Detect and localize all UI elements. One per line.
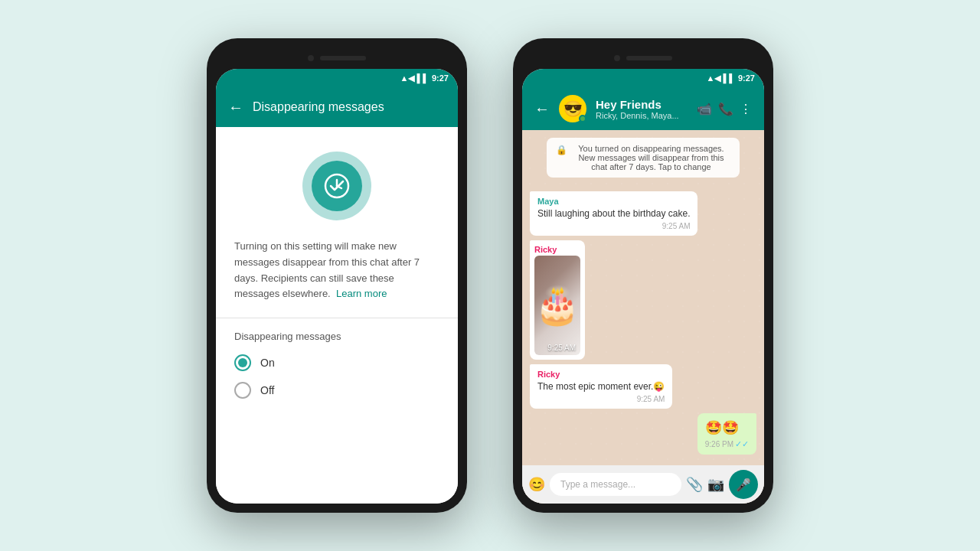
more-options-icon[interactable]: ⋮ — [740, 102, 752, 116]
description-body: Turning on this setting will make new me… — [234, 240, 420, 299]
sender-maya: Maya — [537, 197, 690, 206]
page-title: Disappearing messages — [253, 100, 446, 114]
front-camera — [308, 55, 314, 61]
phone2-screen: ▲◀ ▌▌ 9:27 ← 😎 Hey Friends Ricky, Dennis… — [522, 69, 764, 504]
camera-icon[interactable]: 📷 — [707, 476, 724, 493]
image-time: 9:25 AM — [547, 344, 576, 352]
lock-icon: 🔒 — [556, 145, 567, 155]
input-placeholder: Type a message... — [560, 479, 635, 490]
chat-back-button[interactable]: ← — [534, 100, 550, 118]
group-info: Hey Friends Ricky, Dennis, Maya... — [596, 98, 688, 120]
sent-time: 9:26 PM ✓✓ — [705, 439, 749, 449]
emoji-input-icon[interactable]: 😊 — [528, 476, 545, 493]
group-subtitle: Ricky, Dennis, Maya... — [596, 111, 688, 120]
chat-action-icons: 📹 📞 ⋮ — [697, 102, 752, 116]
description-section: Turning on this setting will make new me… — [216, 239, 458, 318]
sent-timestamp: 9:26 PM — [705, 440, 733, 448]
wifi-icon: ▲◀ — [400, 73, 414, 83]
earpiece-speaker — [320, 56, 366, 60]
section-label: Disappearing messages — [234, 331, 439, 342]
phone2-hardware-top — [522, 47, 764, 69]
video-call-icon[interactable]: 📹 — [697, 102, 712, 116]
sent-text: 🤩🤩 — [705, 419, 749, 438]
chat-signal-bars: ▌▌ — [723, 73, 735, 83]
radio-off[interactable]: Off — [234, 382, 439, 399]
double-check-icon: ✓✓ — [735, 439, 749, 449]
back-button[interactable]: ← — [228, 99, 243, 116]
system-notification-text: You turned on disappearing messages. New… — [572, 144, 731, 171]
attachment-icon[interactable]: 📎 — [686, 476, 703, 493]
scene: ▲◀ ▌▌ 9:27 ← Disappearing messages — [207, 38, 773, 513]
chat-messages: Maya Still laughing about the birthday c… — [522, 185, 764, 465]
phone-screen-settings: ▲◀ ▌▌ 9:27 ← Disappearing messages — [216, 69, 458, 504]
phone-settings: ▲◀ ▌▌ 9:27 ← Disappearing messages — [207, 38, 467, 513]
phone2-earpiece — [626, 56, 672, 60]
icon-section — [216, 127, 458, 239]
group-name: Hey Friends — [596, 98, 688, 111]
status-bar-chat: ▲◀ ▌▌ 9:27 — [522, 69, 764, 87]
sender-ricky-text: Ricky — [537, 370, 665, 379]
chat-background: 🔒 You turned on disappearing messages. N… — [522, 130, 764, 504]
status-bar-settings: ▲◀ ▌▌ 9:27 — [216, 69, 458, 87]
description-text: Turning on this setting will make new me… — [234, 239, 439, 302]
radio-on-indicator — [234, 354, 251, 371]
signal-bars: ▌▌ — [416, 73, 429, 83]
chat-status-time: 9:27 — [738, 73, 755, 83]
ricky-text: The most epic moment ever.😜 — [537, 380, 665, 393]
clock-svg — [323, 172, 351, 200]
radio-on-label: On — [260, 357, 275, 369]
setting-section: Disappearing messages On Off — [216, 318, 458, 422]
message-input[interactable]: Type a message... — [550, 473, 681, 496]
chat-wifi-icon: ▲◀ — [706, 73, 720, 83]
radio-on-dot — [238, 358, 247, 367]
learn-more-link[interactable]: Learn more — [336, 288, 387, 299]
chat-status-icons: ▲◀ ▌▌ — [706, 73, 734, 83]
phone-chat: ▲◀ ▌▌ 9:27 ← 😎 Hey Friends Ricky, Dennis… — [513, 38, 773, 513]
message-maya: Maya Still laughing about the birthday c… — [530, 191, 697, 236]
message-sent: 🤩🤩 9:26 PM ✓✓ — [697, 413, 756, 455]
online-indicator — [579, 115, 586, 122]
message-ricky-text: Ricky The most epic moment ever.😜 9:25 A… — [530, 364, 672, 409]
settings-content: Turning on this setting will make new me… — [216, 127, 458, 504]
mic-icon: 🎤 — [736, 478, 751, 492]
radio-off-indicator — [234, 382, 251, 399]
phone2-front-camera — [614, 55, 620, 61]
cake-image: 9:25 AM — [534, 256, 580, 355]
radio-on[interactable]: On — [234, 354, 439, 371]
sender-ricky-image: Ricky — [534, 245, 580, 254]
appbar-settings: ← Disappearing messages — [216, 87, 458, 127]
status-icons: ▲◀ ▌▌ — [400, 73, 428, 83]
maya-text: Still laughing about the birthday cake. — [537, 207, 690, 220]
maya-time: 9:25 AM — [537, 222, 690, 230]
mic-button[interactable]: 🎤 — [729, 470, 758, 499]
message-ricky-image: Ricky 9:25 AM — [530, 240, 585, 360]
clock-icon — [312, 161, 362, 211]
chat-appbar: ← 😎 Hey Friends Ricky, Dennis, Maya... 📹… — [522, 87, 764, 130]
group-avatar: 😎 — [559, 95, 586, 122]
status-time: 9:27 — [432, 73, 449, 83]
chat-input-bar: 😊 Type a message... 📎 📷 🎤 — [522, 465, 764, 504]
voice-call-icon[interactable]: 📞 — [718, 102, 733, 116]
phone-hardware-top — [216, 47, 458, 69]
radio-off-label: Off — [260, 384, 274, 396]
system-notification[interactable]: 🔒 You turned on disappearing messages. N… — [547, 138, 740, 178]
clock-bg-circle — [302, 152, 371, 220]
ricky-time: 9:25 AM — [537, 395, 665, 403]
